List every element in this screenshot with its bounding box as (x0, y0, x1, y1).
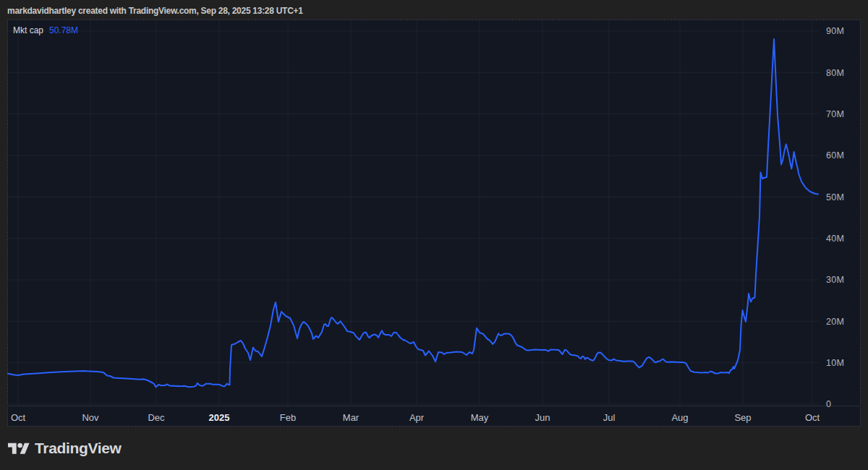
svg-text:May: May (471, 412, 489, 423)
svg-text:40M: 40M (826, 234, 844, 244)
svg-text:Aug: Aug (671, 412, 688, 423)
svg-text:60M: 60M (826, 150, 844, 161)
svg-text:Apr: Apr (409, 412, 425, 423)
svg-text:70M: 70M (826, 109, 844, 119)
svg-text:Mar: Mar (343, 412, 359, 423)
svg-text:Oct: Oct (11, 412, 26, 423)
svg-text:10M: 10M (826, 358, 844, 368)
svg-text:Sep: Sep (734, 412, 751, 423)
svg-text:Jul: Jul (603, 412, 616, 423)
svg-text:Oct: Oct (805, 412, 820, 423)
svg-text:50.78M: 50.78M (49, 25, 78, 35)
svg-text:50M: 50M (826, 192, 844, 202)
svg-text:Nov: Nov (82, 412, 99, 423)
svg-text:2025: 2025 (209, 412, 230, 423)
svg-text:20M: 20M (826, 317, 844, 327)
svg-text:90M: 90M (826, 26, 844, 36)
svg-text:Feb: Feb (280, 412, 296, 423)
svg-text:30M: 30M (826, 275, 844, 285)
svg-text:0: 0 (826, 399, 831, 409)
svg-text:80M: 80M (826, 68, 844, 78)
svg-text:Mkt cap: Mkt cap (13, 25, 43, 35)
svg-text:Jun: Jun (535, 412, 550, 423)
svg-text:Dec: Dec (148, 412, 165, 423)
